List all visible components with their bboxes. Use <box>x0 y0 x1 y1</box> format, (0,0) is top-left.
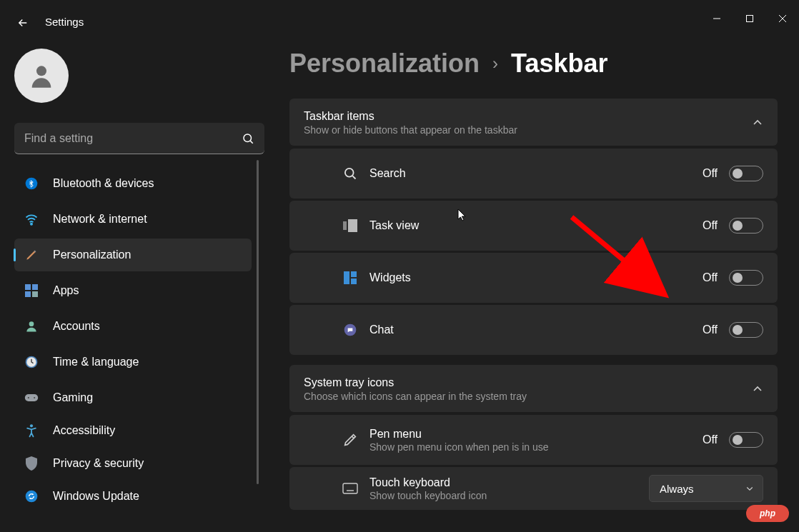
pen-icon <box>342 432 358 448</box>
sidebar-item-update[interactable]: Windows Update <box>14 480 252 513</box>
app-title: Settings <box>45 16 84 28</box>
select-touch-keyboard[interactable]: Always <box>649 475 763 502</box>
svg-line-22 <box>352 176 355 179</box>
svg-rect-26 <box>351 271 357 277</box>
sidebar-item-accessibility[interactable]: Accessibility <box>14 414 252 447</box>
sidebar-item-apps[interactable]: Apps <box>14 274 252 307</box>
row-label: Task view <box>369 219 419 232</box>
person-icon <box>24 319 39 333</box>
apps-icon <box>24 283 39 298</box>
svg-point-19 <box>30 424 33 427</box>
sidebar-item-bluetooth[interactable]: Bluetooth & devices <box>14 167 252 200</box>
sidebar-item-personalization[interactable]: Personalization <box>14 239 252 271</box>
select-value: Always <box>660 483 694 495</box>
svg-rect-9 <box>25 284 31 290</box>
toggle-widgets[interactable] <box>729 270 763 286</box>
toggle-pen[interactable] <box>729 432 763 448</box>
search-icon <box>342 166 358 181</box>
row-sublabel: Show touch keyboard icon <box>369 490 487 501</box>
back-button[interactable] <box>16 16 30 30</box>
toggle-chat[interactable] <box>729 322 763 338</box>
nav-label: Windows Update <box>53 490 139 503</box>
svg-rect-24 <box>348 219 357 232</box>
wifi-icon <box>24 212 39 226</box>
clock-icon <box>24 355 39 369</box>
nav-label: Network & internet <box>53 213 147 226</box>
svg-point-20 <box>26 491 38 503</box>
svg-rect-12 <box>32 291 38 297</box>
svg-rect-27 <box>351 278 357 284</box>
sidebar-item-gaming[interactable]: Gaming <box>14 381 252 414</box>
sidebar-item-privacy[interactable]: Privacy & security <box>14 447 252 480</box>
search-input[interactable] <box>24 132 242 145</box>
accessibility-icon <box>24 423 39 438</box>
section-subtitle: Show or hide buttons that appear on the … <box>304 124 517 136</box>
toggle-taskview[interactable] <box>729 218 763 234</box>
paintbrush-icon <box>24 248 39 262</box>
maximize-button[interactable] <box>733 7 766 30</box>
search-box[interactable] <box>14 123 264 154</box>
svg-line-6 <box>250 141 252 143</box>
bluetooth-icon <box>24 176 39 191</box>
search-icon <box>242 132 254 145</box>
svg-rect-23 <box>343 221 347 230</box>
chevron-right-icon: › <box>492 54 498 74</box>
svg-rect-1 <box>747 16 753 22</box>
close-button[interactable] <box>766 7 799 30</box>
nav-label: Privacy & security <box>53 457 144 470</box>
row-label: Touch keyboard <box>369 476 487 489</box>
chevron-up-icon <box>752 383 763 395</box>
toggle-search[interactable] <box>729 166 763 181</box>
row-sublabel: Show pen menu icon when pen is in use <box>369 441 549 453</box>
nav-label: Accessibility <box>53 424 115 437</box>
section-header[interactable]: Taskbar items Show or hide buttons that … <box>289 99 778 146</box>
row-chat: Chat Off <box>289 305 778 355</box>
widgets-icon <box>342 270 358 286</box>
row-pen-menu: Pen menu Show pen menu icon when pen is … <box>289 415 778 465</box>
scrollbar[interactable] <box>257 160 259 484</box>
svg-rect-16 <box>25 394 38 401</box>
svg-rect-29 <box>343 483 357 493</box>
svg-point-17 <box>28 397 29 398</box>
nav-list: Bluetooth & devices Network & internet P… <box>14 167 257 513</box>
sidebar-item-network[interactable]: Network & internet <box>14 203 252 236</box>
nav-label: Personalization <box>53 249 131 261</box>
sidebar: Bluetooth & devices Network & internet P… <box>0 34 264 532</box>
section-tray-icons: System tray icons Choose which icons can… <box>289 365 778 412</box>
chevron-down-icon <box>745 483 754 495</box>
toggle-state: Off <box>703 219 718 232</box>
update-icon <box>24 489 39 503</box>
row-label: Widgets <box>369 271 411 284</box>
section-title: System tray icons <box>304 376 527 389</box>
row-taskview: Task view Off <box>289 201 778 251</box>
svg-point-13 <box>29 321 34 326</box>
svg-point-5 <box>244 134 252 142</box>
breadcrumb-parent[interactable]: Personalization <box>289 49 480 79</box>
svg-point-8 <box>31 224 32 225</box>
nav-label: Time & language <box>53 356 139 368</box>
taskview-icon <box>342 218 358 234</box>
chevron-up-icon <box>752 117 763 129</box>
nav-label: Gaming <box>53 391 93 404</box>
row-widgets: Widgets Off <box>289 253 778 303</box>
sidebar-item-accounts[interactable]: Accounts <box>14 310 252 343</box>
section-subtitle: Choose which icons can appear in the sys… <box>304 391 527 402</box>
svg-rect-11 <box>25 291 31 297</box>
minimize-button[interactable] <box>700 7 733 30</box>
user-avatar[interactable] <box>14 49 69 103</box>
title-bar: Settings <box>0 0 799 34</box>
chat-icon <box>342 322 358 338</box>
nav-label: Apps <box>53 284 79 297</box>
window-controls <box>700 7 799 30</box>
sidebar-item-time[interactable]: Time & language <box>14 346 252 378</box>
toggle-state: Off <box>703 271 718 284</box>
toggle-state: Off <box>703 323 718 336</box>
gamepad-icon <box>24 391 39 405</box>
main-panel: Personalization › Taskbar Taskbar items … <box>264 34 799 532</box>
section-header[interactable]: System tray icons Choose which icons can… <box>289 365 778 412</box>
row-label: Chat <box>369 323 394 336</box>
row-search: Search Off <box>289 149 778 199</box>
row-label: Search <box>369 167 406 180</box>
svg-rect-10 <box>32 284 38 290</box>
svg-point-18 <box>34 397 35 398</box>
